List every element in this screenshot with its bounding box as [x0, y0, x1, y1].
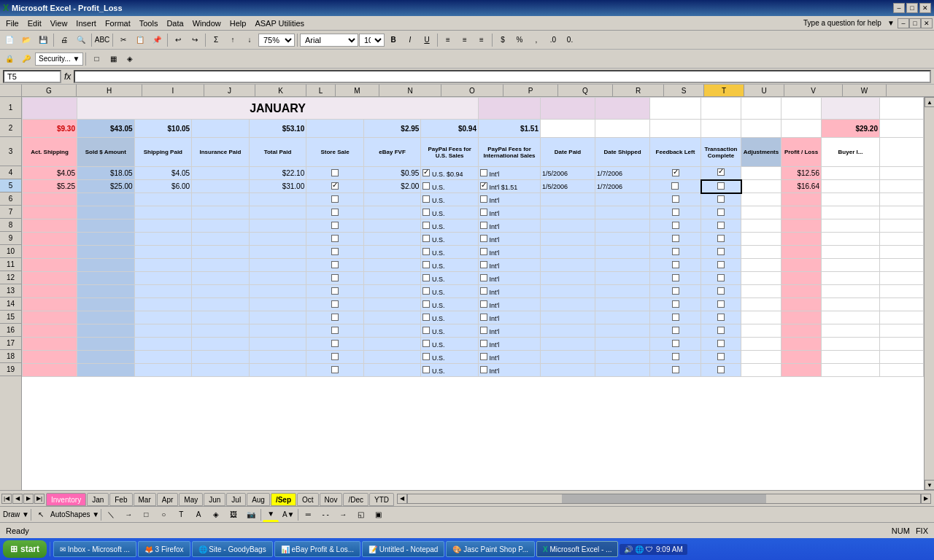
cell-S4[interactable]	[701, 167, 741, 180]
col-R[interactable]: R	[613, 85, 664, 96]
cell-K12[interactable]	[249, 272, 306, 285]
cell-I19[interactable]	[134, 364, 192, 377]
cell-U15[interactable]	[781, 311, 822, 324]
underline-button[interactable]: U	[419, 33, 435, 47]
cell-R14[interactable]	[650, 298, 701, 311]
oval-btn[interactable]: ○	[155, 508, 171, 522]
cell-P11[interactable]	[541, 259, 595, 272]
checkbox-R16[interactable]	[672, 327, 679, 334]
cell-O2[interactable]: $1.51	[479, 120, 541, 138]
checkbox-S17[interactable]	[717, 340, 725, 347]
cell-M15[interactable]	[363, 311, 421, 324]
cell-V11[interactable]	[822, 259, 880, 272]
checkbox-L5[interactable]	[331, 182, 339, 190]
cell-J17[interactable]	[192, 338, 250, 351]
security-dropdown[interactable]: Security... ▼	[35, 52, 83, 66]
cell-I11[interactable]	[134, 259, 192, 272]
tab-jul[interactable]: Jul	[226, 493, 246, 506]
cell-G13[interactable]	[23, 285, 77, 298]
cell-W15[interactable]	[880, 311, 924, 324]
cell-O14[interactable]: Int'l	[479, 298, 541, 311]
cell-H8[interactable]	[77, 219, 135, 233]
percent-button[interactable]: %	[512, 33, 528, 47]
cell-H14[interactable]	[77, 298, 135, 311]
checkbox-R6[interactable]	[672, 195, 679, 203]
cell-L15[interactable]	[306, 311, 364, 324]
cell-W11[interactable]	[880, 259, 924, 272]
cell-S6[interactable]	[701, 193, 741, 206]
textbox-btn[interactable]: T	[173, 508, 189, 522]
cell-Q3[interactable]: Date Shipped	[595, 138, 650, 167]
cell-U4[interactable]: $12.56	[781, 167, 822, 180]
cell-O9[interactable]: Int'l	[479, 233, 541, 246]
cell-T14[interactable]	[741, 298, 781, 311]
scroll-left-btn[interactable]: ◀	[397, 494, 407, 504]
cell-H16[interactable]	[77, 324, 135, 338]
cell-W9[interactable]	[880, 233, 924, 246]
cell-P1[interactable]	[541, 98, 595, 120]
decimal-inc-button[interactable]: .0	[545, 33, 561, 47]
line-style-btn[interactable]: ═	[300, 508, 316, 522]
cell-N12[interactable]: U.S.	[421, 272, 479, 285]
row-7-header[interactable]: 7	[0, 206, 21, 219]
row-4-header[interactable]: 4	[0, 166, 21, 179]
cell-G19[interactable]	[23, 364, 77, 377]
cell-T11[interactable]	[741, 259, 781, 272]
checkbox-R13[interactable]	[672, 287, 679, 295]
tab-first-btn[interactable]: |◀	[1, 494, 12, 504]
cell-S10[interactable]	[701, 246, 741, 259]
cell-J6[interactable]	[192, 193, 250, 206]
cell-O7[interactable]: Int'l	[479, 206, 541, 219]
cell-L11[interactable]	[306, 259, 364, 272]
col-N[interactable]: N	[379, 85, 441, 96]
checkbox-L9[interactable]	[331, 235, 339, 242]
cell-T12[interactable]	[741, 272, 781, 285]
cell-R7[interactable]	[650, 206, 701, 219]
checkbox-O11[interactable]	[480, 261, 487, 268]
menu-insert[interactable]: Insert	[72, 18, 101, 29]
cell-U17[interactable]	[781, 338, 822, 351]
cell-R3[interactable]: Feedback Left	[650, 138, 701, 167]
cell-N14[interactable]: U.S.	[421, 298, 479, 311]
cell-T4[interactable]	[741, 167, 781, 180]
cell-V13[interactable]	[822, 285, 880, 298]
cell-V2[interactable]: $29.20	[822, 120, 880, 138]
checkbox-S11[interactable]	[717, 261, 725, 268]
cell-I18[interactable]	[134, 351, 192, 364]
checkbox-L4[interactable]	[331, 169, 339, 176]
cell-S8[interactable]	[701, 219, 741, 233]
cell-S15[interactable]	[701, 311, 741, 324]
checkbox-O14[interactable]	[480, 300, 487, 308]
sec-tb-btn4[interactable]: ◈	[122, 52, 138, 66]
cell-U7[interactable]	[781, 206, 822, 219]
cell-K2[interactable]: $53.10	[249, 120, 306, 138]
cell-K13[interactable]	[249, 285, 306, 298]
checkbox-O4[interactable]	[480, 169, 487, 176]
cell-J12[interactable]	[192, 272, 250, 285]
cell-R2[interactable]	[650, 120, 701, 138]
checkbox-N13[interactable]	[422, 287, 430, 295]
cell-P3[interactable]: Date Paid	[541, 138, 595, 167]
checkbox-S6[interactable]	[717, 195, 725, 203]
cell-R9[interactable]	[650, 233, 701, 246]
cell-V9[interactable]	[822, 233, 880, 246]
maximize-button[interactable]: □	[906, 3, 918, 13]
cell-L14[interactable]	[306, 298, 364, 311]
cell-O3[interactable]: PayPal Fees for International Sales	[479, 138, 541, 167]
checkbox-N19[interactable]	[422, 366, 430, 373]
cell-W1[interactable]	[880, 98, 924, 120]
horizontal-scrollbar[interactable]: ◀ ▶	[397, 491, 931, 506]
clipart-btn[interactable]: 🖼	[225, 508, 242, 522]
checkbox-L10[interactable]	[331, 248, 339, 255]
cell-L4[interactable]	[306, 167, 364, 180]
cell-G18[interactable]	[23, 351, 77, 364]
cell-L7[interactable]	[306, 206, 364, 219]
cell-O16[interactable]: Int'l	[479, 324, 541, 338]
row-8-header[interactable]: 8	[0, 219, 21, 232]
checkbox-O7[interactable]	[480, 209, 487, 216]
cell-H4[interactable]: $18.05	[77, 167, 135, 180]
cell-T13[interactable]	[741, 285, 781, 298]
cell-J9[interactable]	[192, 233, 250, 246]
cell-W12[interactable]	[880, 272, 924, 285]
cell-I5[interactable]: $6.00	[134, 180, 192, 193]
